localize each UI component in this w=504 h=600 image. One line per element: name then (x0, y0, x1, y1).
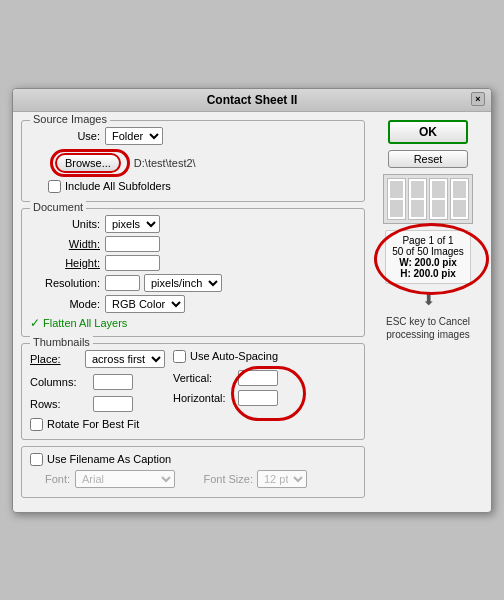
spacing-inputs: Vertical: 0 Horizontal: 0 (173, 370, 278, 406)
rotate-row: Rotate For Best Fit (30, 418, 165, 431)
dialog-title: Contact Sheet II (207, 93, 298, 107)
use-filename-checkbox[interactable] (30, 453, 43, 466)
close-icon: × (475, 94, 480, 104)
preview-cell-5 (432, 181, 445, 198)
preview-col-1 (387, 178, 406, 220)
height-row: Height: 1000 (30, 255, 356, 271)
height-label: Height: (30, 257, 100, 269)
units-select[interactable]: pixels (105, 215, 160, 233)
mode-label: Mode: (30, 298, 100, 310)
width-row: Width: 2000 (30, 236, 356, 252)
thumb-left: Place: across first Columns: 10 Rows: 5 (30, 350, 165, 433)
horizontal-input[interactable]: 0 (238, 390, 278, 406)
width-label: Width: (30, 238, 100, 250)
contact-sheet-dialog: Contact Sheet II × Source Images Use: Fo… (12, 88, 492, 513)
flatten-label: Flatten All Layers (43, 317, 127, 329)
vertical-input[interactable]: 0 (238, 370, 278, 386)
document-section: Document Units: pixels Width: 2000 Heigh… (21, 208, 365, 337)
info-box: Page 1 of 1 50 of 50 Images W: 200.0 pix… (385, 230, 471, 284)
use-row: Use: Folder (30, 127, 356, 145)
resolution-label: Resolution: (30, 277, 100, 289)
flatten-check-icon: ✓ (30, 316, 40, 330)
browse-row: Browse... D:\test\test2\ (30, 149, 356, 177)
resolution-unit-select[interactable]: pixels/inch (144, 274, 222, 292)
document-section-label: Document (30, 201, 86, 213)
preview-box (383, 174, 473, 224)
units-row: Units: pixels (30, 215, 356, 233)
columns-input[interactable]: 10 (93, 374, 133, 390)
horizontal-label: Horizontal: (173, 392, 238, 404)
font-size-label: Font Size: (183, 473, 253, 485)
preview-cell-2 (390, 200, 403, 217)
preview-col-3 (429, 178, 448, 220)
preview-cell-4 (411, 200, 424, 217)
place-select[interactable]: across first (85, 350, 165, 368)
esc-info-text: ESC key to Cancel processing images (386, 316, 470, 340)
font-label: Font: (30, 473, 70, 485)
include-subfolders-row: Include All Subfolders (48, 180, 356, 193)
browse-circle-annotation: Browse... (50, 149, 130, 177)
preview-cell-8 (453, 200, 466, 217)
preview-cell-3 (411, 181, 424, 198)
rows-row: Rows: 5 (30, 396, 165, 412)
page-info: Page 1 of 1 (392, 235, 464, 246)
rows-label: Rows: (30, 398, 88, 410)
resolution-row: Resolution: 72 pixels/inch (30, 274, 356, 292)
flatten-row: ✓ Flatten All Layers (30, 316, 356, 330)
main-content: Source Images Use: Folder Browse... D:\t… (13, 112, 491, 512)
width-info: W: 200.0 pix (392, 257, 464, 268)
preview-col-4 (450, 178, 469, 220)
font-select[interactable]: Arial (75, 470, 175, 488)
resolution-input[interactable]: 72 (105, 275, 140, 291)
autospacing-row: Use Auto-Spacing (173, 350, 278, 363)
columns-label: Columns: (30, 376, 88, 388)
rotate-label: Rotate For Best Fit (47, 418, 139, 430)
horizontal-row: Horizontal: 0 (173, 390, 278, 406)
thumbnails-content: Place: across first Columns: 10 Rows: 5 (30, 350, 356, 433)
title-bar: Contact Sheet II × (13, 89, 491, 112)
browse-button[interactable]: Browse... (55, 153, 121, 173)
height-input[interactable]: 1000 (105, 255, 160, 271)
place-label: Place: (30, 353, 85, 365)
esc-info: ESC key to Cancel processing images (373, 315, 483, 341)
autospacing-checkbox[interactable] (173, 350, 186, 363)
preview-col-2 (408, 178, 427, 220)
include-subfolders-checkbox[interactable] (48, 180, 61, 193)
source-section-label: Source Images (30, 113, 110, 125)
preview-cell-7 (453, 181, 466, 198)
left-panel: Source Images Use: Folder Browse... D:\t… (21, 120, 365, 504)
mode-row: Mode: RGB Color (30, 295, 356, 313)
reset-button[interactable]: Reset (388, 150, 468, 168)
mode-select[interactable]: RGB Color (105, 295, 185, 313)
source-section: Source Images Use: Folder Browse... D:\t… (21, 120, 365, 202)
use-label: Use: (30, 130, 100, 142)
ok-button[interactable]: OK (388, 120, 468, 144)
preview-cell-1 (390, 181, 403, 198)
folder-path: D:\test\test2\ (134, 157, 196, 169)
right-panel: OK Reset (373, 120, 483, 504)
use-filename-label: Use Filename As Caption (47, 453, 171, 465)
place-row: Place: across first (30, 350, 165, 368)
rotate-checkbox[interactable] (30, 418, 43, 431)
images-info: 50 of 50 Images (392, 246, 464, 257)
preview-cell-6 (432, 200, 445, 217)
use-select[interactable]: Folder (105, 127, 163, 145)
units-label: Units: (30, 218, 100, 230)
thumbnails-section: Thumbnails Place: across first Columns: … (21, 343, 365, 440)
vertical-row: Vertical: 0 (173, 370, 278, 386)
thumbnails-section-label: Thumbnails (30, 336, 93, 348)
columns-row: Columns: 10 (30, 374, 165, 390)
rows-input[interactable]: 5 (93, 396, 133, 412)
font-row: Font: Arial Font Size: 12 pt (30, 470, 356, 488)
thumb-right: Use Auto-Spacing Vertical: 0 Horizontal:… (173, 350, 278, 433)
width-input[interactable]: 2000 (105, 236, 160, 252)
close-button[interactable]: × (471, 92, 485, 106)
vertical-label: Vertical: (173, 372, 238, 384)
height-info: H: 200.0 pix (392, 268, 464, 279)
include-subfolders-label: Include All Subfolders (65, 180, 171, 192)
use-filename-row: Use Filename As Caption (30, 453, 356, 466)
autospacing-label: Use Auto-Spacing (190, 350, 278, 362)
filename-section: Use Filename As Caption Font: Arial Font… (21, 446, 365, 498)
font-size-select[interactable]: 12 pt (257, 470, 307, 488)
download-icon: ⬇ (422, 290, 435, 309)
